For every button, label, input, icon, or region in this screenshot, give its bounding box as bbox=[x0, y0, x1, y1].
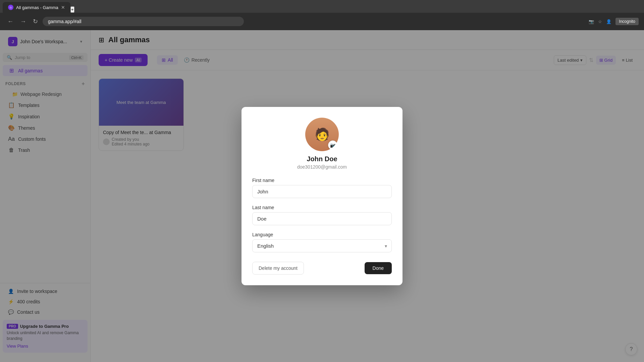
profile-modal: 🧑 📷 John Doe doe301200@gmail.com First n… bbox=[241, 107, 402, 285]
first-name-label: First name bbox=[252, 178, 392, 183]
change-avatar-btn[interactable]: 📷 bbox=[328, 140, 337, 150]
forward-btn[interactable]: → bbox=[18, 16, 28, 27]
language-label: Language bbox=[252, 232, 392, 237]
camera-off-icon: 📷 bbox=[589, 19, 594, 24]
first-name-field[interactable] bbox=[252, 185, 392, 198]
language-select-wrapper: English Spanish French German Japanese C… bbox=[252, 239, 392, 252]
browser-chrome: G All gammas - Gamma ✕ + ← → ↻ 📷 ☆ 👤 Inc… bbox=[0, 0, 644, 30]
address-bar[interactable] bbox=[43, 17, 244, 26]
tab-title: All gammas - Gamma bbox=[16, 5, 58, 10]
back-btn[interactable]: ← bbox=[5, 16, 15, 27]
modal-overlay[interactable]: 🧑 📷 John Doe doe301200@gmail.com First n… bbox=[0, 30, 644, 362]
bookmark-icon[interactable]: ☆ bbox=[598, 19, 602, 24]
browser-toolbar: ← → ↻ 📷 ☆ 👤 Incognito bbox=[0, 13, 644, 30]
tab-favicon: G bbox=[8, 5, 13, 10]
toolbar-right: 📷 ☆ 👤 Incognito bbox=[589, 18, 639, 25]
modal-user-name: John Doe bbox=[307, 155, 337, 163]
modal-avatar-section: 🧑 📷 John Doe doe301200@gmail.com bbox=[252, 118, 392, 170]
active-tab[interactable]: G All gammas - Gamma ✕ bbox=[3, 2, 70, 13]
language-group: Language English Spanish French German J… bbox=[252, 232, 392, 252]
done-button[interactable]: Done bbox=[365, 262, 392, 274]
last-name-group: Last name bbox=[252, 205, 392, 225]
profile-icon[interactable]: 👤 bbox=[606, 19, 611, 24]
modal-avatar: 🧑 📷 bbox=[305, 118, 339, 151]
first-name-group: First name bbox=[252, 178, 392, 198]
incognito-btn[interactable]: Incognito bbox=[615, 18, 639, 25]
browser-tabs: G All gammas - Gamma ✕ + bbox=[0, 0, 644, 13]
language-select[interactable]: English Spanish French German Japanese C… bbox=[252, 239, 392, 252]
modal-user-email: doe301200@gmail.com bbox=[297, 164, 347, 170]
last-name-label: Last name bbox=[252, 205, 392, 210]
last-name-field[interactable] bbox=[252, 212, 392, 225]
new-tab-btn[interactable]: + bbox=[70, 6, 74, 13]
camera-icon: 📷 bbox=[330, 142, 336, 148]
tab-close-btn[interactable]: ✕ bbox=[61, 5, 65, 10]
delete-account-button[interactable]: Delete my account bbox=[252, 262, 304, 275]
reload-btn[interactable]: ↻ bbox=[31, 16, 40, 27]
modal-footer: Delete my account Done bbox=[252, 262, 392, 275]
